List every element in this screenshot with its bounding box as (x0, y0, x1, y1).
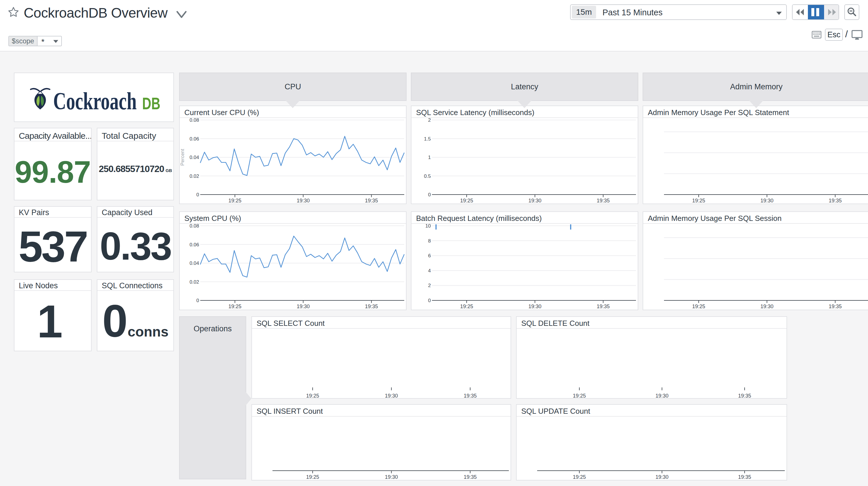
svg-text:Cockroach: Cockroach (53, 87, 137, 112)
svg-text:0: 0 (196, 192, 199, 197)
svg-text:19:30: 19:30 (528, 198, 541, 203)
svg-text:1.5: 1.5 (424, 136, 431, 142)
svg-text:19:25: 19:25 (306, 393, 319, 398)
svg-text:19:30: 19:30 (761, 198, 774, 203)
svg-text:19:25: 19:25 (692, 304, 705, 309)
svg-text:19:30: 19:30 (528, 304, 541, 309)
svg-text:19:30: 19:30 (385, 393, 398, 398)
svg-text:4: 4 (428, 268, 431, 274)
svg-text:0.06: 0.06 (190, 136, 199, 142)
svg-text:8: 8 (428, 238, 431, 244)
svg-text:0.08: 0.08 (190, 223, 199, 229)
svg-text:19:35: 19:35 (829, 304, 842, 309)
svg-text:19:30: 19:30 (655, 474, 668, 480)
svg-text:19:30: 19:30 (297, 304, 310, 309)
svg-text:19:35: 19:35 (738, 474, 751, 480)
svg-text:0: 0 (428, 298, 431, 303)
svg-text:0.04: 0.04 (190, 260, 199, 266)
svg-text:19:35: 19:35 (597, 198, 610, 203)
svg-text:0: 0 (428, 192, 431, 197)
svg-text:6: 6 (428, 253, 431, 258)
svg-text:0.04: 0.04 (190, 155, 199, 160)
svg-text:19:25: 19:25 (228, 304, 241, 309)
svg-text:19:25: 19:25 (692, 198, 705, 203)
svg-text:0.02: 0.02 (190, 279, 199, 285)
svg-text:19:35: 19:35 (365, 198, 378, 203)
svg-text:19:25: 19:25 (573, 474, 586, 480)
svg-text:0.08: 0.08 (190, 117, 199, 123)
svg-text:19:30: 19:30 (297, 198, 310, 203)
svg-text:19:35: 19:35 (597, 304, 610, 309)
svg-text:0.02: 0.02 (190, 173, 199, 179)
svg-text:19:25: 19:25 (460, 304, 473, 309)
svg-text:19:35: 19:35 (464, 474, 477, 480)
svg-text:19:35: 19:35 (829, 198, 842, 203)
svg-text:2: 2 (428, 117, 431, 123)
svg-text:19:30: 19:30 (655, 393, 668, 398)
svg-text:19:25: 19:25 (460, 198, 473, 203)
svg-text:2: 2 (428, 283, 431, 288)
svg-text:19:35: 19:35 (464, 393, 477, 398)
svg-text:10: 10 (425, 223, 431, 229)
svg-text:19:35: 19:35 (365, 304, 378, 309)
svg-text:19:25: 19:25 (228, 198, 241, 203)
svg-text:0.5: 0.5 (424, 173, 431, 179)
svg-text:19:25: 19:25 (573, 393, 586, 398)
svg-text:Percent: Percent (180, 149, 185, 166)
svg-text:DB: DB (142, 94, 160, 112)
svg-text:0: 0 (196, 298, 199, 303)
svg-text:19:30: 19:30 (385, 474, 398, 480)
svg-text:19:25: 19:25 (306, 474, 319, 480)
svg-text:1: 1 (428, 155, 431, 160)
svg-text:19:30: 19:30 (761, 304, 774, 309)
svg-text:19:35: 19:35 (738, 393, 751, 398)
svg-text:0.06: 0.06 (190, 242, 199, 248)
